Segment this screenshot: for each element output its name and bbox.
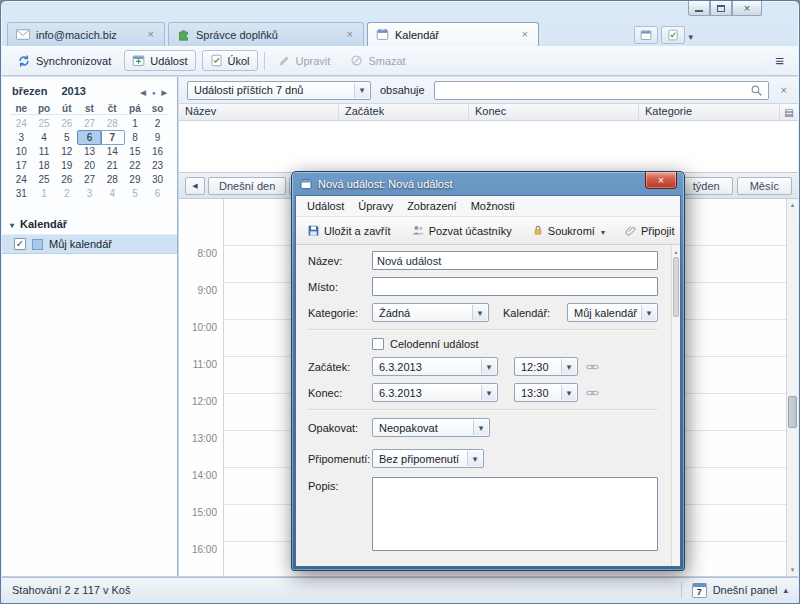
mini-calendar-day[interactable]: 14 <box>101 145 124 158</box>
invite-attendees-button[interactable]: Pozvat účastníky <box>406 221 517 240</box>
mini-calendar-day[interactable]: 27 <box>78 173 101 186</box>
description-textarea[interactable] <box>372 477 658 551</box>
start-date-dropdown[interactable]: 6.3.2013 <box>372 357 498 376</box>
tab-addons[interactable]: Správce doplňků <box>168 22 364 46</box>
tab-calendar[interactable]: Kalendář <box>367 22 539 46</box>
mini-calendar-day[interactable]: 10 <box>10 145 33 158</box>
dialog-close-button[interactable] <box>645 172 677 189</box>
category-dropdown[interactable]: Žádná <box>372 303 489 322</box>
mini-calendar-day[interactable]: 4 <box>101 187 124 200</box>
column-header-start[interactable]: Začátek <box>339 104 469 120</box>
mini-calendar-day[interactable]: 12 <box>55 145 78 158</box>
tab-close-icon[interactable] <box>520 29 530 40</box>
previous-month-icon[interactable] <box>141 85 146 97</box>
dialog-scrollbar[interactable] <box>671 246 680 566</box>
delete-button[interactable]: Smazat <box>343 51 412 70</box>
mini-calendar-day[interactable]: 11 <box>33 145 56 158</box>
previous-day-button[interactable] <box>185 177 205 195</box>
menu-edit[interactable]: Úpravy <box>351 198 400 214</box>
day-view-scrollbar[interactable] <box>786 199 798 576</box>
edit-button[interactable]: Upravit <box>271 51 338 70</box>
mini-calendar-day[interactable]: 17 <box>10 159 33 172</box>
tab-close-icon[interactable] <box>146 29 156 40</box>
mini-calendar-day[interactable]: 4 <box>33 131 56 144</box>
new-task-button[interactable]: Úkol <box>202 50 258 71</box>
mini-calendar-day[interactable]: 1 <box>124 117 147 130</box>
calendar-list-header[interactable]: Kalendář <box>2 214 177 234</box>
mini-calendar-day[interactable]: 1 <box>33 187 56 200</box>
mini-calendar-day[interactable]: 23 <box>146 159 169 172</box>
mini-calendar-day[interactable]: 25 <box>33 173 56 186</box>
scroll-up-icon[interactable] <box>787 199 798 211</box>
new-event-button[interactable]: Událost <box>124 50 195 71</box>
event-range-dropdown[interactable]: Události příštích 7 dnů <box>187 81 371 100</box>
save-close-button[interactable]: Uložit a zavřít <box>302 221 396 240</box>
mini-calendar-day[interactable]: 13 <box>78 145 101 158</box>
column-header-end[interactable]: Konec <box>469 104 639 120</box>
mini-calendar-day[interactable]: 28 <box>101 173 124 186</box>
open-calendar-tab-button[interactable] <box>634 26 658 44</box>
scroll-down-icon[interactable] <box>787 564 798 576</box>
mini-calendar-day[interactable]: 31 <box>10 187 33 200</box>
end-date-dropdown[interactable]: 6.3.2013 <box>372 383 498 402</box>
mini-calendar-day[interactable]: 20 <box>78 159 101 172</box>
menu-options[interactable]: Možnosti <box>464 198 522 214</box>
event-list-area[interactable] <box>179 121 798 173</box>
mini-calendar-day[interactable]: 28 <box>101 117 124 130</box>
mini-calendar-day[interactable]: 21 <box>101 159 124 172</box>
mini-calendar-day[interactable]: 6 <box>78 131 101 144</box>
week-view-button[interactable]: týden <box>680 177 733 195</box>
minimize-button[interactable] <box>688 1 710 16</box>
scrollbar-thumb[interactable] <box>673 257 679 317</box>
mini-calendar-day[interactable]: 15 <box>124 145 147 158</box>
mini-calendar-day[interactable]: 9 <box>146 131 169 144</box>
mini-calendar-day[interactable]: 2 <box>146 117 169 130</box>
event-location-input[interactable] <box>372 277 658 296</box>
mini-calendar-day[interactable]: 30 <box>146 173 169 186</box>
mini-calendar-day[interactable]: 26 <box>55 173 78 186</box>
close-button[interactable] <box>732 1 762 16</box>
maximize-button[interactable] <box>710 1 732 16</box>
scroll-up-icon[interactable] <box>672 246 680 256</box>
privacy-button[interactable]: Soukromí <box>527 221 610 240</box>
next-month-icon[interactable] <box>162 85 167 97</box>
calendar-list-item[interactable]: Můj kalendář <box>2 234 177 254</box>
clear-filter-button[interactable] <box>778 84 790 96</box>
event-title-input[interactable] <box>372 251 658 270</box>
tab-close-icon[interactable] <box>345 29 355 40</box>
mini-calendar-day[interactable]: 24 <box>10 117 33 130</box>
mini-calendar-day[interactable]: 5 <box>124 187 147 200</box>
attach-button[interactable]: Připojit <box>620 221 681 240</box>
start-time-dropdown[interactable]: 12:30 <box>514 357 578 376</box>
synchronize-button[interactable]: Synchronizovat <box>10 51 118 71</box>
mini-calendar-day[interactable]: 26 <box>55 117 78 130</box>
mini-calendar-day[interactable]: 22 <box>124 159 147 172</box>
mini-calendar-day[interactable]: 27 <box>78 117 101 130</box>
mini-calendar-day[interactable]: 8 <box>124 131 147 144</box>
search-input[interactable] <box>440 84 750 96</box>
today-dot-icon[interactable] <box>152 85 156 97</box>
mini-calendar-day[interactable]: 19 <box>55 159 78 172</box>
calendar-dropdown[interactable]: Můj kalendář <box>567 303 658 322</box>
open-tasks-tab-button[interactable] <box>661 26 685 44</box>
column-header-category[interactable]: Kategorie <box>639 104 780 120</box>
mini-calendar-day[interactable]: 3 <box>10 131 33 144</box>
menu-view[interactable]: Zobrazení <box>400 198 464 214</box>
allday-checkbox[interactable] <box>372 338 384 350</box>
mini-calendar-day[interactable]: 5 <box>55 131 78 144</box>
mini-calendar-day[interactable]: 2 <box>55 187 78 200</box>
mini-calendar-day[interactable]: 29 <box>124 173 147 186</box>
mini-calendar-day[interactable]: 7 <box>101 131 124 144</box>
dialog-titlebar[interactable]: Nová událost: Nová událost <box>292 172 684 195</box>
mini-calendar-day[interactable]: 25 <box>33 117 56 130</box>
reminder-dropdown[interactable]: Bez připomenutí <box>372 449 484 468</box>
mini-calendar-day[interactable]: 24 <box>10 173 33 186</box>
column-header-name[interactable]: Název <box>179 104 339 120</box>
today-button[interactable]: Dnešní den <box>208 177 286 195</box>
calendar-checkbox[interactable] <box>14 238 26 250</box>
mini-calendar-day[interactable]: 18 <box>33 159 56 172</box>
mini-calendar-day[interactable]: 6 <box>146 187 169 200</box>
chevron-down-icon[interactable] <box>688 26 693 44</box>
mini-calendar-day[interactable]: 3 <box>78 187 101 200</box>
month-view-button[interactable]: Měsíc <box>737 177 792 195</box>
